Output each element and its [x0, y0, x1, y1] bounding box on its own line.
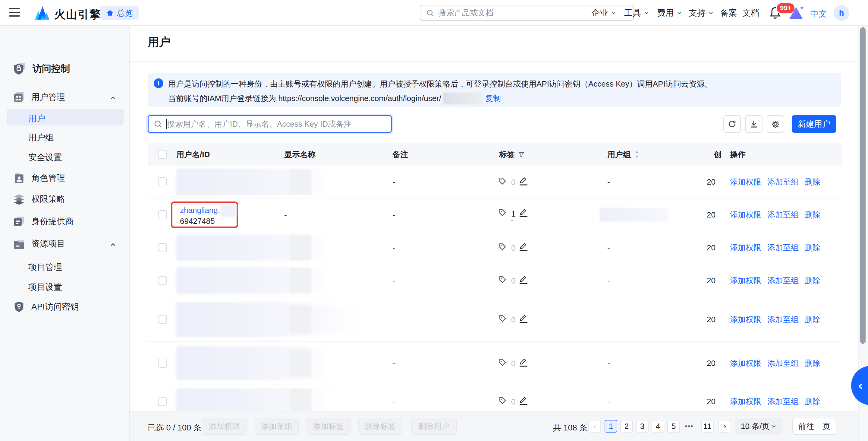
sidebar-group-user-mgmt[interactable]: 用户管理 — [13, 91, 65, 103]
tags-cell: 1 — [498, 209, 527, 221]
language-switch[interactable]: 中文 — [810, 8, 827, 20]
edit-tags-button[interactable] — [520, 242, 527, 251]
add-to-group-link[interactable]: 添加至组 — [767, 210, 799, 220]
nav-menu-docs[interactable]: 文档 — [742, 0, 759, 26]
goto-page-input[interactable]: 前往 页 — [792, 418, 836, 435]
column-settings-button[interactable] — [767, 115, 784, 133]
group-cell: - — [607, 243, 610, 252]
delete-link[interactable]: 删除 — [805, 210, 820, 220]
download-button[interactable] — [745, 115, 763, 133]
add-policy-link[interactable]: 添加权限 — [730, 358, 761, 369]
pager-page-1[interactable]: 1 — [604, 420, 617, 433]
nav-menu-billing[interactable]: 费用 — [657, 0, 682, 26]
ai-assistant-icon[interactable]: ✦ — [789, 7, 803, 19]
add-to-group-link[interactable]: 添加至组 — [767, 177, 799, 187]
delete-link[interactable]: 删除 — [805, 396, 820, 407]
add-to-group-link[interactable]: 添加至组 — [767, 396, 799, 407]
nav-menu-icp[interactable]: 备案 — [720, 0, 737, 26]
tag-count[interactable]: 1 — [511, 209, 516, 221]
add-policy-link[interactable]: 添加权限 — [730, 275, 761, 286]
copy-link[interactable]: 复制 — [485, 93, 501, 104]
add-policy-link[interactable]: 添加权限 — [730, 177, 761, 187]
sidebar-item-user-groups[interactable]: 用户组 — [28, 132, 54, 143]
sidebar-item-policies[interactable]: 权限策略 — [13, 193, 65, 205]
pager-ellipsis[interactable]: ••• — [683, 420, 695, 433]
sidebar-item-users[interactable]: 用户 — [7, 109, 124, 125]
edit-tags-button[interactable] — [520, 177, 527, 185]
scrollbar-thumb[interactable] — [860, 27, 866, 344]
add-to-group-link[interactable]: 添加至组 — [767, 314, 799, 325]
user-avatar[interactable]: h — [834, 5, 849, 21]
user-search-input[interactable]: 搜索用户名、用户ID、显示名、Access Key ID或备注 — [148, 115, 392, 133]
row-checkbox[interactable] — [158, 315, 167, 324]
edit-tags-button[interactable] — [520, 358, 527, 367]
chevron-down-icon — [611, 10, 617, 16]
bulk-add-policy-button[interactable]: 添加权限 — [202, 418, 247, 435]
add-to-group-link[interactable]: 添加至组 — [767, 358, 799, 369]
add-policy-link[interactable]: 添加权限 — [730, 396, 761, 407]
pager-page-2[interactable]: 2 — [620, 420, 633, 433]
pager-page-5[interactable]: 5 — [667, 420, 680, 433]
filter-icon[interactable] — [518, 151, 525, 158]
pager-page-3[interactable]: 3 — [636, 420, 649, 433]
edit-tags-button[interactable] — [520, 396, 527, 405]
refresh-button[interactable] — [723, 115, 741, 133]
select-all-checkbox[interactable] — [158, 150, 167, 159]
nav-menu-tools[interactable]: 工具 — [624, 0, 650, 26]
edit-tags-button[interactable] — [520, 276, 527, 284]
bulk-delete-user-button[interactable]: 删除用户 — [411, 418, 457, 435]
row-checkbox[interactable] — [158, 276, 167, 285]
bulk-add-to-group-button[interactable]: 添加至组 — [255, 418, 299, 435]
created-cell-truncated: 20 — [707, 177, 721, 187]
row-checkbox[interactable] — [158, 177, 167, 186]
sidebar-item-idp[interactable]: 身份提供商 — [13, 216, 73, 227]
row-checkbox[interactable] — [158, 210, 167, 219]
edit-tags-button[interactable] — [520, 209, 527, 217]
remark-cell: - — [393, 243, 395, 252]
tag-count: 0 — [511, 243, 516, 253]
delete-link[interactable]: 删除 — [805, 242, 820, 253]
nav-menu-support[interactable]: 支持 — [689, 0, 714, 26]
pager-next-button[interactable]: › — [718, 420, 731, 433]
redacted-username-suffix — [221, 205, 236, 217]
add-to-group-link[interactable]: 添加至组 — [767, 242, 799, 253]
edit-tags-button[interactable] — [520, 315, 527, 323]
sort-icon[interactable] — [634, 150, 640, 159]
add-policy-link[interactable]: 添加权限 — [730, 242, 761, 253]
delete-link[interactable]: 删除 — [805, 177, 820, 187]
header-divider — [130, 61, 868, 62]
sidebar-item-project-settings[interactable]: 项目设置 — [28, 282, 62, 293]
row-checkbox[interactable] — [158, 397, 167, 406]
chevron-up-icon[interactable] — [109, 241, 117, 248]
bulk-delete-tag-button[interactable]: 删除标签 — [358, 418, 402, 435]
bulk-add-tag-button[interactable]: 添加标签 — [307, 418, 350, 435]
remark-cell: - — [393, 315, 395, 324]
sidebar-item-role-mgmt[interactable]: 角色管理 — [13, 172, 65, 184]
overview-button[interactable]: 总览 — [100, 6, 138, 20]
sidebar-item-security-settings[interactable]: 安全设置 — [28, 152, 62, 163]
delete-link[interactable]: 删除 — [805, 314, 820, 325]
add-policy-link[interactable]: 添加权限 — [730, 314, 761, 325]
volcengine-logo-icon[interactable] — [34, 4, 51, 21]
hamburger-menu-icon[interactable] — [9, 8, 20, 17]
pager-page-4[interactable]: 4 — [652, 420, 664, 433]
page-size-select[interactable]: 10 条/页 — [735, 418, 782, 435]
row-checkbox[interactable] — [158, 243, 167, 252]
sidebar-item-project-mgmt[interactable]: 项目管理 — [28, 262, 62, 273]
nav-menu-enterprise[interactable]: 企业 — [591, 0, 617, 26]
add-policy-link[interactable]: 添加权限 — [730, 210, 761, 220]
pager-page-11[interactable]: 11 — [701, 420, 714, 433]
delete-link[interactable]: 删除 — [805, 358, 820, 369]
redacted-display-name — [290, 235, 311, 260]
pager-prev-button[interactable]: ‹ — [588, 420, 601, 433]
chevron-up-icon[interactable] — [109, 94, 117, 102]
sidebar-item-api-keys[interactable]: API访问密钥 — [13, 301, 79, 313]
create-user-button[interactable]: 新建用户 — [792, 115, 836, 133]
add-to-group-link[interactable]: 添加至组 — [767, 275, 799, 286]
side-panel-toggle-button[interactable]: ‹ — [851, 366, 868, 405]
row-checkbox[interactable] — [158, 359, 167, 368]
sidebar-group-projects[interactable]: 资源项目 — [13, 238, 65, 249]
banner-line1: 用户是访问控制的一种身份，由主账号或有权限的用户创建。用户被授予权限策略后，可登… — [168, 79, 712, 89]
delete-link[interactable]: 删除 — [805, 275, 820, 286]
username-link[interactable]: zhangliang. — [180, 206, 220, 215]
